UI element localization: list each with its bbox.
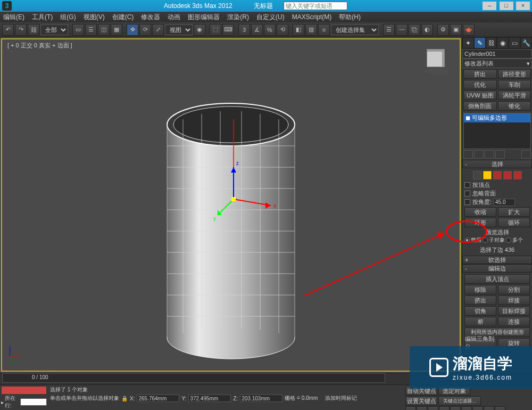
tab-create[interactable]: ✦ — [462, 37, 474, 48]
btn-chamfer2[interactable]: 切角 — [464, 306, 496, 316]
tab-utilities[interactable]: 🔧 — [520, 37, 532, 48]
align-button[interactable]: ≡ — [318, 24, 330, 36]
tab-display[interactable]: ▭ — [509, 37, 520, 48]
render-button[interactable]: 🫖 — [463, 24, 475, 36]
render-setup-button[interactable]: ⚙ — [437, 24, 449, 36]
coord-z[interactable] — [240, 395, 282, 402]
ref-coord[interactable]: 视图 — [165, 24, 193, 35]
menu-create[interactable]: 创建(C) — [112, 13, 134, 22]
rollout-selection[interactable]: -选择 — [462, 160, 532, 168]
object-name-field[interactable] — [462, 49, 532, 59]
btn-expand[interactable]: 扩大 — [498, 207, 530, 217]
render-frame-button[interactable]: ▣ — [450, 24, 462, 36]
btn-connect[interactable]: 连接 — [498, 317, 530, 326]
nav-pan[interactable] — [472, 406, 483, 410]
btn-lathe[interactable]: 车削 — [498, 80, 531, 89]
chk-ignore-back[interactable]: 忽略背面 — [464, 190, 530, 198]
nav-goto-end[interactable] — [450, 406, 461, 410]
edge-mode[interactable] — [483, 171, 492, 179]
vertex-mode[interactable] — [473, 171, 481, 179]
menu-animation[interactable]: 动画 — [168, 13, 180, 22]
menu-modifier[interactable]: 修改器 — [141, 13, 160, 22]
tab-hierarchy[interactable]: ⛓ — [486, 37, 497, 48]
menu-render[interactable]: 渲染(R) — [227, 13, 249, 22]
radio-disable[interactable] — [464, 237, 470, 243]
chk-by-angle[interactable]: 按角度:45.0 — [464, 198, 530, 206]
nav-orbit[interactable] — [484, 406, 494, 410]
mirror-button[interactable]: ▥ — [305, 24, 317, 36]
menu-customize[interactable]: 自定义(U) — [256, 13, 285, 22]
keymode-button[interactable]: ⌨ — [222, 24, 234, 36]
scene-object-cylinder[interactable]: x y z — [109, 71, 353, 370]
stack-item-editable-poly[interactable]: ◼可编辑多边形 — [464, 113, 530, 122]
rollout-editedge[interactable]: -编辑边 — [462, 264, 532, 273]
btn-remove[interactable]: 移除 — [464, 285, 496, 294]
nav-prev-key[interactable] — [417, 406, 427, 410]
object-name-input[interactable] — [462, 49, 532, 59]
move-button[interactable]: ✥ — [127, 24, 138, 36]
btn-pathdeform[interactable]: 路径变形 — [498, 69, 531, 79]
btn-keyfilter[interactable]: 关键点过滤器... — [438, 396, 481, 406]
undo-button[interactable]: ↶ — [2, 24, 14, 36]
nav-play[interactable] — [428, 406, 438, 410]
redo-button[interactable]: ↷ — [15, 24, 27, 36]
show-end-button[interactable] — [474, 150, 484, 159]
maximize-button[interactable]: □ — [500, 2, 513, 10]
pin-stack-button[interactable] — [463, 150, 473, 159]
minimize-button[interactable]: – — [483, 2, 496, 10]
pivot-button[interactable]: ◉ — [194, 24, 205, 36]
coord-y[interactable] — [188, 395, 231, 402]
schematic-button[interactable]: ⿻ — [409, 24, 420, 36]
app-icon[interactable]: 3 — [2, 1, 12, 11]
btn-loop[interactable]: 循环 — [498, 218, 530, 227]
manip-button[interactable]: ⬚ — [210, 24, 221, 36]
snap-button[interactable]: 3 — [238, 24, 250, 36]
btn-turbosmooth[interactable]: 涡轮平滑 — [498, 91, 531, 100]
menu-tools[interactable]: 工具(T) — [32, 13, 53, 22]
radio-subobj[interactable] — [483, 237, 488, 243]
border-mode[interactable] — [493, 171, 502, 179]
select-region-button[interactable]: ◫ — [98, 24, 110, 36]
tab-motion[interactable]: ◉ — [497, 37, 509, 48]
window-crossing-button[interactable]: ▦ — [111, 24, 122, 36]
nav-goto-start[interactable] — [405, 406, 416, 410]
rollout-softsel[interactable]: +软选择 — [462, 256, 532, 264]
select-name-button[interactable]: ☰ — [85, 24, 97, 36]
btn-bridge[interactable]: 桥 — [464, 317, 496, 326]
btn-insert-vertex[interactable]: 插入顶点 — [464, 274, 530, 284]
btn-tessellate[interactable]: 锥化 — [498, 101, 531, 111]
btn-split[interactable]: 分割 — [498, 285, 530, 294]
close-button[interactable]: × — [516, 2, 530, 10]
viewport[interactable]: [ + 0 正交 0 真实 + 边面 ] — [1, 38, 461, 372]
modifier-list-dropdown[interactable]: 修改器列表▾ — [462, 59, 532, 68]
menu-maxscript[interactable]: MAXScript(M) — [292, 13, 332, 21]
scale-button[interactable]: ⤢ — [152, 24, 164, 36]
btn-extrude[interactable]: 挤出 — [463, 69, 497, 79]
curve-editor-button[interactable]: 〰 — [396, 24, 408, 36]
coord-x[interactable] — [137, 395, 179, 402]
modifier-stack[interactable]: ◼可编辑多边形 — [463, 113, 531, 149]
named-sel-button[interactable]: ◧ — [293, 24, 304, 36]
layers-button[interactable]: ☰ — [383, 24, 395, 36]
link-button[interactable]: ⛓ — [28, 24, 39, 36]
selection-filter[interactable]: 全部 — [40, 24, 68, 35]
radio-multi[interactable] — [506, 237, 511, 243]
element-mode[interactable] — [513, 171, 522, 179]
unique-button[interactable] — [485, 150, 494, 159]
spinner-snap-button[interactable]: ⟲ — [277, 24, 288, 36]
remove-mod-button[interactable] — [495, 150, 505, 159]
btn-weld[interactable]: 焊接 — [498, 296, 530, 305]
nav-maximize[interactable] — [495, 406, 505, 410]
menu-edit[interactable]: 编辑(E) — [3, 13, 24, 22]
btn-uvwmap[interactable]: UVW 贴图 — [463, 91, 497, 100]
menu-help[interactable]: 帮助(H) — [339, 13, 361, 22]
maxscript-input[interactable] — [20, 398, 47, 406]
time-slider[interactable] — [2, 373, 385, 383]
menu-group[interactable]: 组(G) — [60, 13, 76, 22]
menu-graph[interactable]: 图形编辑器 — [188, 13, 220, 22]
select-button[interactable]: ▭ — [72, 24, 84, 36]
help-search[interactable] — [284, 2, 347, 10]
nav-next-key[interactable] — [439, 406, 450, 410]
angle-value[interactable]: 45.0 — [494, 199, 515, 206]
viewcube[interactable] — [423, 46, 450, 72]
